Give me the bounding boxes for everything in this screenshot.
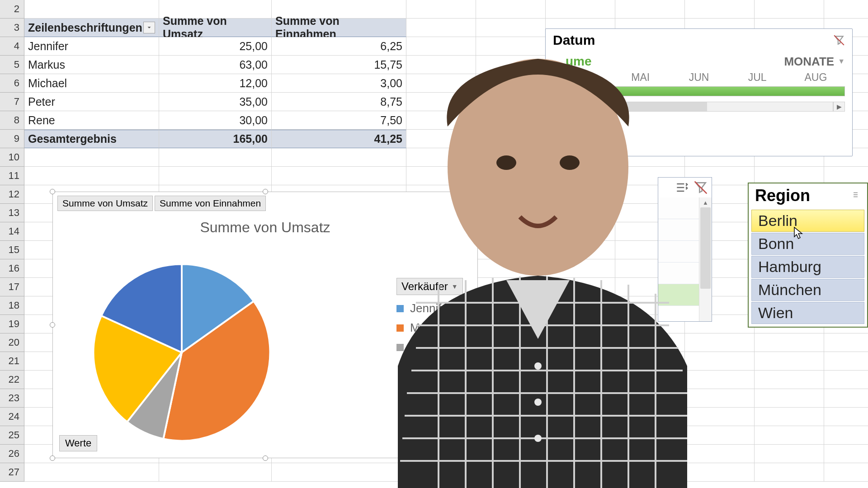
cell[interactable] xyxy=(272,148,406,167)
timeline-scroll-right-icon[interactable]: ▶ xyxy=(833,102,845,112)
row-header[interactable]: 22 xyxy=(0,371,24,389)
row-header[interactable]: 21 xyxy=(0,352,24,371)
cell[interactable] xyxy=(546,0,615,19)
pivot-row-name[interactable]: Markus xyxy=(24,56,159,74)
cell[interactable] xyxy=(476,315,546,333)
cell[interactable] xyxy=(685,463,755,482)
pie-chart[interactable] xyxy=(85,255,279,450)
cell[interactable] xyxy=(755,426,824,445)
pivot-row-umsatz[interactable]: 25,00 xyxy=(159,37,272,56)
cell[interactable] xyxy=(546,222,615,241)
timeline-track[interactable] xyxy=(553,86,845,96)
cell[interactable] xyxy=(615,0,685,19)
cell[interactable] xyxy=(824,408,868,426)
row-header[interactable]: 15 xyxy=(0,241,24,259)
row-header[interactable]: 24 xyxy=(0,408,24,426)
cell[interactable] xyxy=(824,0,868,19)
resize-handle[interactable] xyxy=(475,322,481,328)
cell[interactable] xyxy=(755,408,824,426)
slicer-item[interactable] xyxy=(658,284,699,306)
resize-handle[interactable] xyxy=(50,455,55,461)
slicer-panel[interactable]: ▲ xyxy=(658,177,712,322)
row-header[interactable]: 11 xyxy=(0,167,24,185)
pivot-row-umsatz[interactable]: 30,00 xyxy=(159,111,272,130)
cell[interactable] xyxy=(824,426,868,445)
clear-filter-icon[interactable] xyxy=(693,181,708,194)
cell[interactable] xyxy=(546,463,615,482)
cell[interactable] xyxy=(755,0,824,19)
cell[interactable] xyxy=(546,408,615,426)
row-header[interactable]: 17 xyxy=(0,278,24,296)
slicer-item[interactable] xyxy=(658,263,699,284)
cell[interactable] xyxy=(615,352,685,371)
cell[interactable] xyxy=(476,259,546,278)
scroll-thumb[interactable] xyxy=(700,207,711,289)
chart-values-field-button[interactable]: Werte xyxy=(59,435,97,451)
pivot-row-umsatz[interactable]: 12,00 xyxy=(159,74,272,93)
multiselect-icon[interactable] xyxy=(675,181,689,194)
cell[interactable] xyxy=(476,93,546,111)
row-header[interactable]: 13 xyxy=(0,204,24,222)
pivot-header-umsatz[interactable]: Summe von Umsatz xyxy=(159,19,272,37)
cell[interactable] xyxy=(755,463,824,482)
row-header[interactable]: 10 xyxy=(0,148,24,167)
cell[interactable] xyxy=(755,352,824,371)
cell[interactable] xyxy=(546,241,615,259)
resize-handle[interactable] xyxy=(263,455,268,461)
cell[interactable] xyxy=(685,371,755,389)
legend-filter-dropdown[interactable]: Verkäufer ▼ xyxy=(396,278,463,295)
row-header[interactable]: 3 xyxy=(0,19,24,37)
timeline-granularity-dropdown[interactable]: MONATE ▼ xyxy=(784,55,845,69)
pivot-row-einnahmen[interactable]: 15,75 xyxy=(272,56,406,74)
row-header[interactable]: 26 xyxy=(0,445,24,463)
cell[interactable] xyxy=(755,371,824,389)
cell[interactable] xyxy=(615,445,685,463)
pivot-header-rowlabels[interactable]: Zeilenbeschriftungen xyxy=(24,19,159,37)
cell[interactable] xyxy=(476,426,546,445)
cell[interactable] xyxy=(824,352,868,371)
row-header[interactable]: 9 xyxy=(0,130,24,148)
cell[interactable] xyxy=(476,19,546,37)
slicer-item[interactable] xyxy=(658,197,699,219)
cell[interactable] xyxy=(159,167,272,185)
region-slicer-item[interactable]: Wien xyxy=(751,302,864,324)
slicer-item[interactable] xyxy=(658,241,699,263)
cell[interactable] xyxy=(272,463,406,482)
cell[interactable] xyxy=(406,56,476,74)
row-header[interactable]: 23 xyxy=(0,389,24,408)
cell[interactable] xyxy=(755,445,824,463)
cell[interactable] xyxy=(272,167,406,185)
row-header[interactable]: 12 xyxy=(0,185,24,204)
cell[interactable] xyxy=(546,315,615,333)
pivot-total-umsatz[interactable]: 165,00 xyxy=(159,130,272,148)
row-header[interactable]: 20 xyxy=(0,333,24,352)
resize-handle[interactable] xyxy=(475,455,481,461)
cell[interactable] xyxy=(476,111,546,130)
row-header[interactable]: 5 xyxy=(0,56,24,74)
region-slicer-item[interactable]: München xyxy=(751,279,864,301)
cell[interactable] xyxy=(159,463,272,482)
cell[interactable] xyxy=(476,296,546,315)
pivot-row-name[interactable]: Michael xyxy=(24,74,159,93)
cell[interactable] xyxy=(406,148,476,167)
cell[interactable] xyxy=(476,241,546,259)
cell[interactable] xyxy=(476,333,546,352)
row-header[interactable]: 7 xyxy=(0,93,24,111)
row-header[interactable]: 2 xyxy=(0,0,24,19)
cell[interactable] xyxy=(476,463,546,482)
cell[interactable] xyxy=(546,167,615,185)
cell[interactable] xyxy=(546,389,615,408)
resize-handle[interactable] xyxy=(475,189,481,194)
cell[interactable] xyxy=(685,0,755,19)
row-header[interactable]: 6 xyxy=(0,74,24,93)
cell[interactable] xyxy=(24,167,159,185)
resize-handle[interactable] xyxy=(263,189,268,194)
pivot-total-label[interactable]: Gesamtergebnis xyxy=(24,130,159,148)
cell[interactable] xyxy=(824,445,868,463)
cell[interactable] xyxy=(476,389,546,408)
cell[interactable] xyxy=(824,389,868,408)
resize-handle[interactable] xyxy=(50,322,55,328)
cell[interactable] xyxy=(406,93,476,111)
cell[interactable] xyxy=(406,0,476,19)
cell[interactable] xyxy=(546,296,615,315)
